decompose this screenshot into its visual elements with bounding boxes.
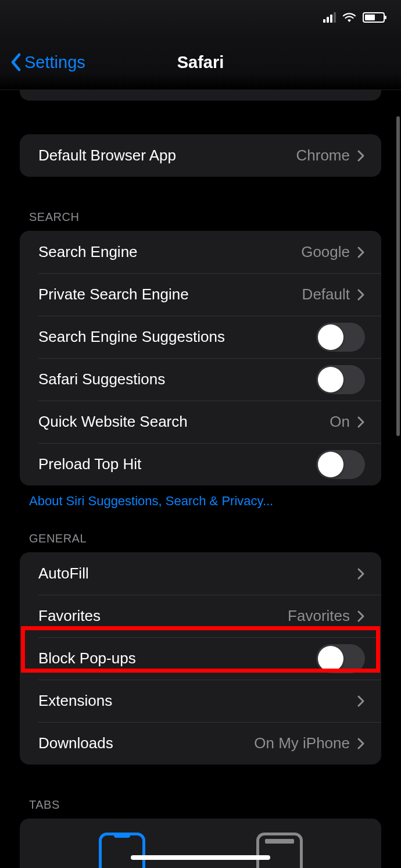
chevron-right-icon: [357, 288, 365, 301]
cellular-signal-icon: [323, 12, 336, 23]
about-siri-link[interactable]: About Siri Suggestions, Search & Privacy…: [0, 485, 401, 509]
scrollbar-indicator: [396, 116, 400, 436]
chevron-right-icon: [357, 610, 365, 623]
row-label: Search Engine Suggestions: [38, 328, 316, 346]
row-value: Default: [302, 285, 350, 303]
tab-bar-layout-option[interactable]: [99, 833, 145, 868]
battery-icon: [363, 12, 385, 23]
row-label: Extensions: [38, 692, 357, 710]
default-browser-group: Default Browser App Chrome: [20, 134, 381, 177]
search-header: SEARCH: [0, 210, 401, 231]
quick-website-search-row[interactable]: Quick Website Search On: [20, 401, 381, 443]
safari-suggestions-row: Safari Suggestions: [20, 358, 381, 401]
row-label: AutoFill: [38, 565, 357, 583]
partial-row: [20, 90, 381, 101]
chevron-right-icon: [357, 695, 365, 708]
row-label: Default Browser App: [38, 147, 296, 165]
search-engine-row[interactable]: Search Engine Google: [20, 231, 381, 273]
safari-suggestions-toggle[interactable]: [316, 365, 365, 394]
general-group: AutoFill Favorites Favorites Block Pop-u…: [20, 552, 381, 765]
default-browser-row[interactable]: Default Browser App Chrome: [20, 134, 381, 177]
block-popups-toggle[interactable]: [316, 644, 365, 673]
search-engine-suggestions-row: Search Engine Suggestions: [20, 316, 381, 358]
row-label: Search Engine: [38, 243, 301, 261]
chevron-right-icon: [357, 567, 365, 580]
page-title: Safari: [177, 53, 224, 72]
block-popups-row: Block Pop-ups: [20, 637, 381, 680]
back-button[interactable]: Settings: [10, 53, 85, 72]
wifi-icon: [342, 12, 357, 23]
home-indicator: [131, 855, 270, 860]
chevron-right-icon: [357, 737, 365, 750]
content-scroll[interactable]: Default Browser App Chrome SEARCH Search…: [0, 90, 401, 868]
row-label: Quick Website Search: [38, 413, 330, 431]
autofill-row[interactable]: AutoFill: [20, 552, 381, 595]
search-engine-suggestions-toggle[interactable]: [316, 323, 365, 352]
row-label: Private Search Engine: [38, 285, 302, 303]
private-search-engine-row[interactable]: Private Search Engine Default: [20, 273, 381, 316]
row-value: On My iPhone: [254, 734, 350, 752]
tabs-header: TABS: [0, 798, 401, 819]
chevron-left-icon: [10, 53, 22, 72]
preload-top-hit-toggle[interactable]: [316, 450, 365, 479]
back-label: Settings: [24, 53, 85, 72]
row-label: Safari Suggestions: [38, 370, 316, 388]
extensions-row[interactable]: Extensions: [20, 680, 381, 722]
chevron-right-icon: [357, 416, 365, 428]
search-group: Search Engine Google Private Search Engi…: [20, 231, 381, 485]
favorites-row[interactable]: Favorites Favorites: [20, 595, 381, 637]
row-label: Downloads: [38, 734, 254, 752]
row-label: Preload Top Hit: [38, 455, 316, 473]
downloads-row[interactable]: Downloads On My iPhone: [20, 722, 381, 765]
row-value: Chrome: [296, 147, 350, 165]
chevron-right-icon: [357, 246, 365, 259]
navigation-bar: Settings Safari: [0, 35, 401, 90]
tabs-layout-picker: [20, 819, 381, 868]
row-value: On: [330, 413, 350, 431]
chevron-right-icon: [357, 149, 365, 162]
row-value: Google: [301, 243, 350, 261]
general-header: GENERAL: [0, 532, 401, 552]
preload-top-hit-row: Preload Top Hit: [20, 443, 381, 485]
status-bar: [0, 0, 401, 35]
single-tab-layout-option[interactable]: [256, 833, 303, 868]
row-value: Favorites: [288, 607, 350, 625]
row-label: Favorites: [38, 607, 288, 625]
row-label: Block Pop-ups: [38, 649, 316, 667]
